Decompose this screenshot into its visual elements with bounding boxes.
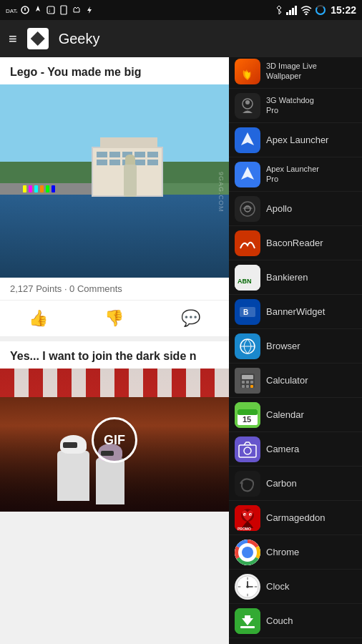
notif-icon-1	[20, 5, 30, 15]
svg-rect-30	[242, 375, 253, 379]
svg-text:DATA: DATA	[6, 8, 17, 14]
app-drawer: Applications ↑ 9GAG 9GAG	[229, 0, 362, 644]
svg-rect-64	[240, 626, 255, 628]
clock-display: 15:22	[331, 4, 356, 16]
status-icons-right: 15:22	[275, 4, 356, 16]
drawer-item-calculator[interactable]: Calculator	[229, 364, 362, 398]
svg-rect-6	[61, 6, 67, 14]
app-label-carmageddon: Carmageddon	[266, 512, 325, 524]
drawer-item-apollo[interactable]: Apollo	[229, 192, 362, 226]
drawer-item-3g-watchdog[interactable]: 3G WatchdogPro	[229, 89, 362, 123]
app-icon-calculator	[235, 368, 260, 394]
svg-text:15: 15	[243, 415, 251, 424]
card-lego-title: Lego - You made me big	[0, 57, 229, 84]
drawer-item-clock[interactable]: Clock	[229, 570, 362, 604]
drawer-item-bankieren[interactable]: ABN Bankieren	[229, 260, 362, 295]
svg-rect-32	[246, 381, 249, 384]
card-lego-stats: 2,127 Points · 0 Comments	[0, 278, 229, 301]
app-label-bankieren: Bankieren	[266, 272, 308, 283]
status-bar: DATA ↓	[0, 0, 362, 20]
svg-point-48	[250, 514, 252, 515]
drawer-item-carmageddon[interactable]: PROMO Carmageddon	[229, 501, 362, 535]
svg-point-52	[242, 547, 253, 558]
svg-text:B: B	[243, 308, 248, 316]
app-label-camera: Camera	[266, 444, 299, 455]
drawer-item-camera[interactable]: Camera	[229, 432, 362, 467]
app-icon-couch	[235, 608, 260, 634]
drawer-item-couch[interactable]: Couch	[229, 604, 362, 638]
drawer-item-carbon[interactable]: Carbon	[229, 467, 362, 501]
svg-text:PROMO: PROMO	[238, 527, 251, 531]
app-logo	[27, 28, 49, 49]
svg-rect-34	[242, 385, 245, 388]
drawer-list: 9GAG 9GAG 3D Image LiveWallpaper	[229, 20, 362, 644]
svg-marker-21	[241, 167, 254, 180]
app-label-couch: Couch	[266, 615, 293, 627]
svg-rect-33	[250, 381, 253, 384]
svg-marker-7	[87, 6, 92, 14]
card-lego: Lego - You made me big	[0, 57, 229, 337]
svg-rect-31	[242, 381, 245, 384]
app-icon-clock	[235, 574, 260, 600]
app-icon-bankieren: ABN	[235, 265, 260, 291]
svg-rect-39	[238, 409, 258, 415]
app-icon-carbon	[235, 471, 260, 497]
drawer-item-bannerwidget[interactable]: B BannerWidget	[229, 295, 362, 329]
card-lego-image	[0, 84, 229, 278]
gif-badge: GIF	[92, 417, 137, 463]
app-icon-calendar: 15	[235, 402, 260, 428]
app-label-apex-launcher: Apex Launcher	[266, 135, 328, 146]
drawer-item-3d-image[interactable]: 3D Image LiveWallpaper	[229, 54, 362, 89]
nav-bar: ≡ Geeky	[0, 20, 362, 57]
drawer-item-baconreader[interactable]: BaconReader	[229, 226, 362, 260]
app-icon-apollo	[235, 196, 260, 222]
svg-rect-11	[295, 6, 297, 15]
hamburger-button[interactable]: ≡	[9, 31, 17, 47]
cat-icon	[72, 5, 82, 15]
status-icons-left: DATA ↓	[6, 4, 94, 16]
app-label-baconreader: BaconReader	[266, 238, 323, 249]
svg-rect-8	[286, 12, 288, 15]
app-icon-apex-launcher-pro	[235, 162, 260, 187]
drawer-item-calendar[interactable]: 15 Calendar	[229, 398, 362, 432]
svg-rect-36	[250, 385, 253, 388]
flash-icon	[84, 5, 94, 15]
app-icon-baconreader	[235, 230, 260, 256]
drawer-item-apex-launcher[interactable]: Apex Launcher	[229, 123, 362, 157]
app-label-calendar: Calendar	[266, 409, 304, 421]
bluetooth-icon	[275, 4, 283, 16]
svg-marker-20	[241, 132, 254, 145]
app-icon-apex-launcher	[235, 127, 260, 153]
app-icon-browser	[235, 333, 260, 359]
drawer-item-chrome[interactable]: Chrome	[229, 535, 362, 570]
app-label-clock: Clock	[266, 581, 290, 592]
app-icon-3d-image	[235, 59, 260, 84]
comment-button[interactable]: 💬	[167, 306, 215, 331]
drawer-item-apex-launcher-pro[interactable]: Apex LauncherPro	[229, 157, 362, 192]
drawer-item-browser[interactable]: Browser	[229, 329, 362, 364]
app-title: Geeky	[59, 31, 100, 47]
main-feed: Lego - You made me big	[0, 57, 229, 644]
dislike-button[interactable]: 👎	[90, 306, 138, 331]
app-label-chrome: Chrome	[266, 547, 299, 558]
phone-icon	[59, 5, 69, 15]
app-label-apollo: Apollo	[266, 203, 292, 215]
svg-point-42	[244, 447, 251, 454]
svg-rect-10	[292, 8, 294, 15]
svg-point-47	[245, 514, 246, 515]
svg-text:↓: ↓	[48, 7, 51, 14]
rocket-icon	[33, 5, 43, 15]
like-button[interactable]: 👍	[14, 306, 62, 331]
svg-point-19	[245, 100, 250, 104]
app-icon-carmageddon: PROMO	[235, 505, 260, 531]
app-label-browser: Browser	[266, 341, 300, 352]
app-icon-bannerwidget: B	[235, 299, 260, 325]
card-lego-actions: 👍 👎 💬	[0, 301, 229, 337]
app-label-carbon: Carbon	[266, 478, 297, 489]
app-icon-chrome	[235, 540, 260, 565]
svg-marker-3	[36, 6, 40, 11]
app-label-3g-watchdog: 3G WatchdogPro	[266, 96, 314, 114]
data-icon: DATA	[6, 4, 17, 16]
download-icon: ↓	[46, 5, 56, 15]
app-label-calculator: Calculator	[266, 375, 308, 386]
